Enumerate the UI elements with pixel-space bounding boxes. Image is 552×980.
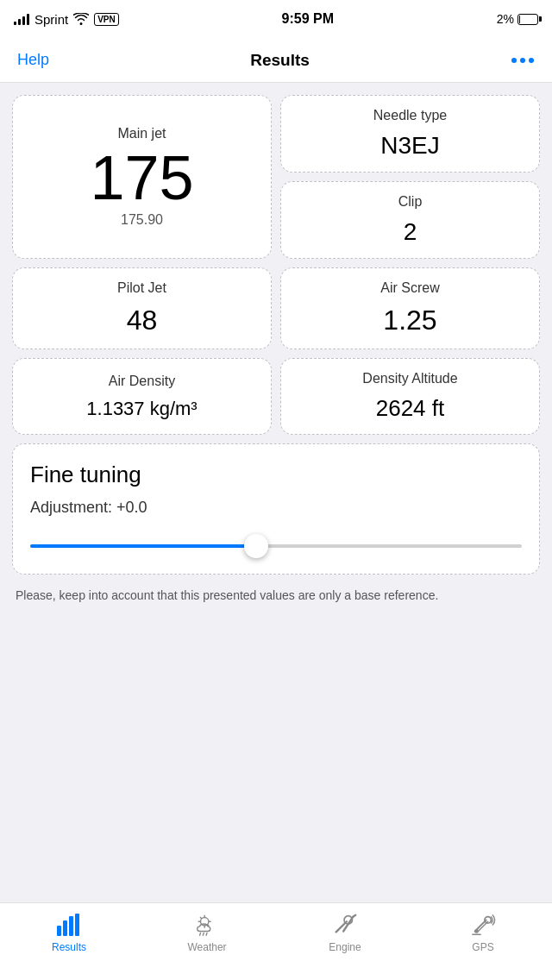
needle-type-value: N3EJ — [380, 132, 439, 160]
more-button[interactable] — [511, 57, 535, 64]
carrier-label: Sprint — [34, 12, 68, 27]
battery-percent: 2% — [497, 12, 514, 26]
clip-title: Clip — [398, 194, 423, 210]
status-time: 9:59 PM — [282, 11, 334, 27]
tab-gps[interactable]: GPS — [414, 912, 552, 953]
nav-bar: Help Results — [0, 38, 552, 83]
gps-icon — [470, 912, 496, 938]
fine-tuning-title: Fine tuning — [30, 462, 522, 488]
right-col-1: Needle type N3EJ Clip 2 — [280, 95, 540, 259]
main-content: Main jet 175 175.90 Needle type N3EJ Cli… — [0, 83, 552, 613]
fine-tuning-slider-container[interactable] — [30, 532, 522, 560]
svg-line-20 — [353, 915, 355, 917]
pilot-jet-title: Pilot Jet — [117, 280, 166, 296]
tab-bar: Results Weather — [0, 902, 552, 980]
svg-line-16 — [206, 933, 207, 935]
tab-engine[interactable]: Engine — [276, 912, 414, 953]
slider-thumb[interactable] — [244, 534, 268, 558]
signal-icon — [14, 13, 29, 25]
status-left: Sprint VPN — [14, 12, 119, 27]
density-altitude-value: 2624 ft — [376, 395, 445, 422]
main-jet-value: 175 — [90, 147, 193, 209]
results-icon — [56, 912, 82, 938]
vpn-badge: VPN — [94, 13, 119, 26]
tab-weather[interactable]: Weather — [138, 912, 276, 953]
svg-line-15 — [203, 933, 204, 935]
status-right: 2% — [497, 12, 538, 26]
svg-rect-4 — [63, 920, 67, 936]
svg-line-12 — [200, 917, 202, 919]
svg-point-0 — [511, 58, 517, 63]
air-density-title: Air Density — [109, 374, 175, 389]
tab-results-label: Results — [52, 941, 86, 953]
slider-track — [30, 544, 522, 548]
weather-icon — [194, 912, 220, 938]
air-density-card: Air Density 1.1337 kg/m³ — [12, 358, 272, 435]
clip-card: Clip 2 — [280, 181, 540, 259]
main-jet-sub: 175.90 — [121, 212, 163, 228]
density-altitude-card: Density Altitude 2624 ft — [280, 358, 540, 435]
air-screw-title: Air Screw — [380, 280, 439, 296]
slider-fill — [30, 544, 256, 548]
svg-point-1 — [520, 58, 525, 63]
fine-tuning-adjustment: Adjustment: +0.0 — [30, 499, 522, 517]
pilot-jet-value: 48 — [127, 305, 158, 336]
wifi-icon — [73, 13, 89, 25]
svg-point-22 — [474, 929, 479, 933]
tab-engine-label: Engine — [329, 941, 361, 953]
cards-row-2: Pilot Jet 48 Air Screw 1.25 — [12, 267, 540, 349]
svg-line-14 — [200, 933, 201, 935]
svg-point-2 — [529, 58, 534, 63]
tab-weather-label: Weather — [187, 941, 226, 953]
tab-results[interactable]: Results — [0, 912, 138, 953]
svg-rect-3 — [57, 926, 61, 936]
battery-icon — [518, 14, 538, 25]
tab-gps-label: GPS — [472, 941, 493, 953]
svg-rect-6 — [75, 914, 79, 936]
air-density-value: 1.1337 kg/m³ — [86, 398, 197, 420]
clip-value: 2 — [404, 218, 417, 246]
page-title: Results — [250, 51, 310, 70]
svg-rect-5 — [69, 916, 73, 936]
help-button[interactable]: Help — [17, 51, 49, 69]
main-jet-title: Main jet — [117, 126, 166, 141]
needle-type-title: Needle type — [373, 108, 447, 123]
cards-row-1: Main jet 175 175.90 Needle type N3EJ Cli… — [12, 95, 540, 259]
engine-icon — [332, 912, 358, 938]
fine-tuning-card: Fine tuning Adjustment: +0.0 — [12, 443, 540, 575]
cards-row-3: Air Density 1.1337 kg/m³ Density Altitud… — [12, 358, 540, 435]
main-jet-card: Main jet 175 175.90 — [12, 95, 272, 259]
disclaimer-text: Please, keep into account that this pres… — [12, 587, 540, 613]
pilot-jet-card: Pilot Jet 48 — [12, 267, 272, 349]
needle-type-card: Needle type N3EJ — [280, 95, 540, 173]
air-screw-value: 1.25 — [383, 305, 436, 336]
status-bar: Sprint VPN 9:59 PM 2% — [0, 0, 552, 38]
air-screw-card: Air Screw 1.25 — [280, 267, 540, 349]
density-altitude-title: Density Altitude — [362, 371, 457, 386]
